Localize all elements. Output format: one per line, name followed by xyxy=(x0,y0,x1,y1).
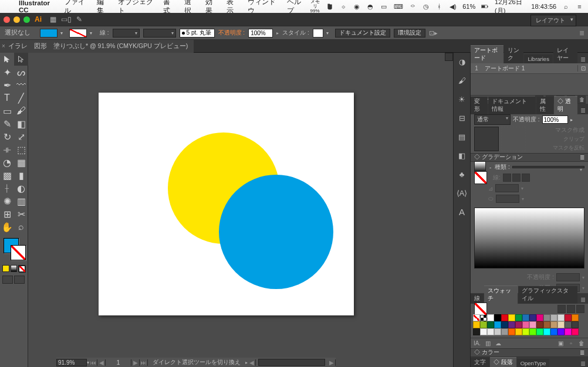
swatches-fill-stroke[interactable] xyxy=(474,303,487,315)
swatch-item[interactable] xyxy=(543,328,550,335)
line-segment-tool[interactable]: ╱ xyxy=(14,91,28,104)
align-artboard-icon[interactable]: ⊡▸ xyxy=(429,29,438,37)
tab-links[interactable]: リンク xyxy=(504,46,524,63)
rectangle-tool[interactable]: ▭ xyxy=(0,104,14,117)
lasso-tool[interactable]: ᔕ xyxy=(14,66,28,79)
document-setup-button[interactable]: ドキュメント設定 xyxy=(335,29,390,38)
rotate-tool[interactable]: ↻ xyxy=(0,130,14,143)
swatch-item[interactable] xyxy=(550,328,557,335)
swatch-item[interactable] xyxy=(543,321,550,328)
swatch-item[interactable] xyxy=(572,328,579,335)
selection-tool[interactable] xyxy=(0,53,14,66)
line-icon[interactable]: ◓ xyxy=(367,2,374,11)
tab-paragraph[interactable]: ◇ 段落 xyxy=(490,357,516,367)
tab-transform[interactable]: 変形 xyxy=(471,97,488,114)
eraser-tool[interactable]: ◧ xyxy=(14,117,28,130)
clock-icon[interactable]: ◷ xyxy=(423,2,430,11)
swatch-item[interactable] xyxy=(501,314,508,321)
zoom-level-input[interactable]: 91.9% xyxy=(56,359,87,366)
swatch-item[interactable] xyxy=(536,321,543,328)
close-window-button[interactable] xyxy=(4,16,10,23)
opacity-input[interactable] xyxy=(248,29,273,38)
swatch-item[interactable] xyxy=(529,321,536,328)
make-mask-button[interactable]: マスク作成 xyxy=(555,127,584,134)
swatch-item[interactable] xyxy=(536,314,543,321)
ruler-origin[interactable] xyxy=(445,53,453,61)
next-artboard-button[interactable]: ▶ xyxy=(131,359,140,366)
magic-wand-tool[interactable]: ✦ xyxy=(0,66,14,79)
swatch-item[interactable] xyxy=(487,314,494,321)
type-tool[interactable]: T xyxy=(0,91,14,104)
swatch-item[interactable] xyxy=(494,328,501,335)
gradient-tool[interactable]: ▮ xyxy=(14,169,28,182)
artboards-panel-menu[interactable]: ≣ xyxy=(578,56,588,63)
swatch-item[interactable] xyxy=(543,314,550,321)
tab-docinfo[interactable]: ドキュメント情報 xyxy=(488,97,536,114)
color-mode-gradient[interactable] xyxy=(11,265,18,272)
gradient-aspect-input[interactable] xyxy=(496,195,519,203)
delete-swatch[interactable]: 🗑 xyxy=(577,339,586,348)
app-name[interactable]: Illustrator CC xyxy=(14,0,59,13)
trans-opacity-input[interactable] xyxy=(542,115,568,124)
draw-mode-normal[interactable] xyxy=(2,276,13,284)
swatch-item[interactable] xyxy=(557,321,565,328)
zoom-window-button[interactable] xyxy=(23,16,30,23)
tab-libraries[interactable]: Libraries xyxy=(524,55,552,63)
dropbox-icon[interactable]: ⟐ xyxy=(340,2,347,11)
blend-mode-dropdown[interactable]: 通常 xyxy=(474,114,511,125)
tab-character[interactable]: 文字 xyxy=(471,358,489,367)
swatch-item[interactable] xyxy=(565,314,572,321)
volume-icon[interactable]: ◀) xyxy=(449,2,457,11)
swatch-item[interactable] xyxy=(522,314,529,321)
titlebar-search-icon[interactable]: ✎ xyxy=(76,15,82,23)
swatch-options[interactable]: ☁ xyxy=(494,339,502,348)
gradient-type-dropdown[interactable] xyxy=(512,166,584,168)
swatch-item[interactable] xyxy=(501,328,508,335)
stroke-color-box[interactable] xyxy=(11,245,26,260)
swatch-view-list[interactable] xyxy=(557,305,566,313)
shaper-tool[interactable]: ✎ xyxy=(0,117,14,130)
appearance-icon[interactable]: ♣ xyxy=(457,169,467,179)
zoom-tool[interactable]: ⌕ xyxy=(14,220,28,233)
tab-graphic-styles[interactable]: グラフィックスタイル xyxy=(518,286,577,304)
character-panel-menu[interactable]: ≣ xyxy=(578,360,588,367)
symbols-icon[interactable]: ☀ xyxy=(457,94,467,104)
creative-cloud-icon[interactable]: ◉ xyxy=(353,2,361,11)
curvature-tool[interactable]: 〰 xyxy=(14,79,28,91)
scale-tool[interactable]: ⤢ xyxy=(14,130,28,143)
swatch-item[interactable] xyxy=(522,328,529,335)
swatch-item[interactable] xyxy=(480,328,487,335)
transparency-thumbnail[interactable] xyxy=(474,127,499,151)
tab-opentype[interactable]: OpenType xyxy=(517,359,550,367)
new-swatch[interactable]: ▫ xyxy=(567,339,575,348)
swatch-item[interactable] xyxy=(515,321,522,328)
swatch-none[interactable] xyxy=(473,314,480,321)
swatch-item[interactable] xyxy=(572,321,579,328)
tab-transparency[interactable]: ◇ 透明 xyxy=(554,96,577,114)
color-panel-menu[interactable]: ≣ xyxy=(580,349,584,356)
gradient-angle-input[interactable] xyxy=(495,184,519,192)
stroke-grad-within[interactable] xyxy=(503,174,511,182)
blue-circle-shape[interactable] xyxy=(219,175,333,289)
variable-width-dropdown[interactable] xyxy=(143,29,176,38)
stroke-panel-icon[interactable]: ⊟ xyxy=(457,113,467,123)
artboard-1[interactable] xyxy=(99,93,354,315)
brushes-icon[interactable]: 🖌 xyxy=(457,75,467,86)
swatch-kinds-menu[interactable]: ▥ xyxy=(484,339,492,348)
prev-artboard-button[interactable]: ◀ xyxy=(97,359,106,366)
swatch-item[interactable] xyxy=(515,328,522,335)
document-tab[interactable]: × イラレ 図形 塗りつぶし* @ 91.9% (CMYK/GPU プレビュー) xyxy=(0,40,194,53)
close-tab-icon[interactable]: × xyxy=(2,43,5,49)
swatch-item[interactable] xyxy=(508,321,515,328)
swatch-item[interactable] xyxy=(529,328,536,335)
swatch-item[interactable] xyxy=(487,321,494,328)
swatch-item[interactable] xyxy=(494,321,501,328)
swatch-item[interactable] xyxy=(508,314,515,321)
titlebar-bridge-icon[interactable]: ▦ xyxy=(50,15,56,23)
clip-checkbox-label[interactable]: クリップ xyxy=(563,135,584,143)
swatches-panel-menu[interactable]: ≣ xyxy=(578,296,588,304)
eyedropper-tool[interactable]: ⟊ xyxy=(0,182,14,195)
tab-attributes[interactable]: 属性 xyxy=(536,97,553,114)
swatch-view-small[interactable] xyxy=(567,305,575,313)
swatch-item[interactable] xyxy=(529,314,536,321)
